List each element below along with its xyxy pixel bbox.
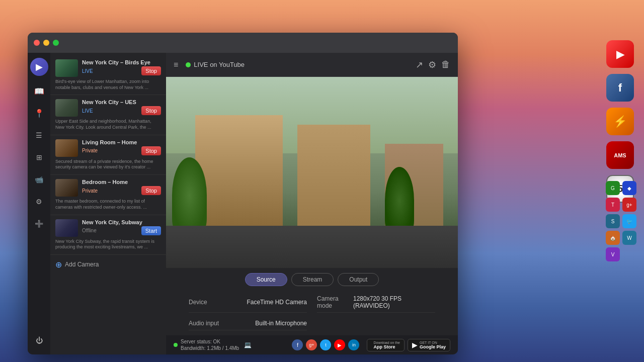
bottom-panel: Source Stream Output Device FaceTime HD … <box>166 268 458 335</box>
camera-item-bedroom[interactable]: Bedroom – Home Private Stop The master b… <box>50 175 166 215</box>
camera-stop-button-1[interactable]: Stop <box>141 66 161 75</box>
tab-output[interactable]: Output <box>338 273 379 286</box>
footer: Server status: OK Bandwidth: 1.2Mb / 1.4… <box>166 335 458 354</box>
camera-stop-button-2[interactable]: Stop <box>141 106 161 115</box>
building-1 <box>195 115 283 230</box>
sidebar-item-video[interactable]: 📹 <box>30 170 48 189</box>
camera-info-3: Living Room – Home Private Stop <box>82 139 161 155</box>
google-play-icon: ▶ <box>412 341 418 349</box>
live-dot <box>186 62 191 67</box>
cluster-icon-9[interactable]: V <box>606 247 620 261</box>
sidebar-item-location[interactable]: 📍 <box>30 104 48 122</box>
sidebar-item-medical[interactable]: ➕ <box>30 215 48 233</box>
cluster-icon-4[interactable]: g+ <box>622 198 636 212</box>
video-scene <box>166 77 458 268</box>
app-window: ▶ 📖 📍 ☰ ⊞ 📹 ⚙ ➕ <box>28 33 458 354</box>
social-googleplus[interactable]: g+ <box>306 339 317 350</box>
desktop-icon-group: ▶ f ⚡ AMS 5 <box>606 40 634 203</box>
camera-start-button-5[interactable]: Start <box>141 226 161 235</box>
camera-item-top-4: Bedroom – Home Private Stop <box>55 179 161 197</box>
camera-thumbnail-1 <box>55 59 78 77</box>
server-status-line2: Bandwidth: 1.2Mb / 1.4Mb <box>181 345 239 351</box>
live-text: LIVE on YouTube <box>194 61 245 68</box>
social-youtube[interactable]: ▶ <box>334 339 345 350</box>
cluster-icon-6[interactable]: 🐦 <box>622 214 636 228</box>
social-facebook[interactable]: f <box>292 339 303 350</box>
tree-right <box>385 167 414 234</box>
source-stream-output-tabs: Source Stream Output <box>174 273 450 286</box>
share-icon[interactable]: ↗ <box>416 59 423 70</box>
camera-desc-5: New York City Subway, the rapid transit … <box>55 239 161 250</box>
traffic-lights <box>34 40 59 46</box>
sidebar-item-power[interactable]: ⏻ <box>30 331 48 349</box>
camera-info-2: New York City – UES LIVE Stop <box>82 99 161 115</box>
camera-thumbnail-2 <box>55 99 78 117</box>
power-icon: ⏻ <box>36 336 43 344</box>
cluster-icon-5[interactable]: S <box>606 214 620 228</box>
main-content: ▶ 📖 📍 ☰ ⊞ 📹 ⚙ ➕ <box>28 53 458 354</box>
tab-stream[interactable]: Stream <box>291 273 334 286</box>
cluster-icon-3[interactable]: T <box>606 198 620 212</box>
social-linkedin[interactable]: in <box>348 339 359 350</box>
camera-thumbnail-4 <box>55 179 78 197</box>
camera-info-1: New York City – Birds Eye LIVE Stop <box>82 59 161 75</box>
camera-item-top-5: New York City, Subway Offline Start <box>55 219 161 237</box>
camera-stop-button-3[interactable]: Stop <box>141 146 161 155</box>
social-icons: f g+ t ▶ in <box>292 339 359 350</box>
camera-status-5: Offline <box>82 228 97 233</box>
device-value: FaceTime HD Camera <box>247 299 307 306</box>
cluster-icon-7[interactable]: 🏠 <box>606 231 620 245</box>
hamburger-icon[interactable]: ≡ <box>174 60 178 69</box>
thunder-desktop-icon[interactable]: ⚡ <box>606 108 634 135</box>
settings-icon: ⚙ <box>36 198 42 206</box>
camera-name-4: Bedroom – Home <box>82 179 161 185</box>
cluster-icon-2[interactable]: ◆ <box>622 181 636 195</box>
server-info-icon: 💻 <box>244 341 252 348</box>
sidebar-logo[interactable]: ▶ <box>30 58 48 76</box>
facebook-desktop-icon[interactable]: f <box>606 74 634 102</box>
app-store-badge[interactable]: Download on the App Store <box>367 339 405 351</box>
close-button[interactable] <box>34 40 40 46</box>
camera-item-living-room[interactable]: Living Room – Home Private Stop Secured … <box>50 135 166 175</box>
camera-item-subway[interactable]: New York City, Subway Offline Start New … <box>50 215 166 255</box>
camera-stop-button-4[interactable]: Stop <box>141 186 161 195</box>
audio-input-value: Built-in Microphone <box>255 320 307 327</box>
camera-item-nyc-birds-eye[interactable]: New York City – Birds Eye LIVE Stop Bird… <box>50 55 166 95</box>
delete-icon[interactable]: 🗑 <box>441 59 450 70</box>
sidebar-item-grid[interactable]: ⊞ <box>30 148 48 166</box>
camera-item-top-2: New York City – UES LIVE Stop <box>55 99 161 117</box>
facebook-icon: f <box>618 81 622 95</box>
server-status-text: Server status: OK Bandwidth: 1.2Mb / 1.4… <box>181 338 239 351</box>
minimize-button[interactable] <box>43 40 49 46</box>
maximize-button[interactable] <box>53 40 59 46</box>
camera-mode-value: 644x362 30 FPS (RAWVIDEO) <box>353 295 435 309</box>
google-play-line2: Google Play <box>420 344 446 349</box>
sidebar-item-settings[interactable]: ⚙ <box>30 193 48 211</box>
tab-source[interactable]: Source <box>245 273 287 286</box>
sidebar-item-book[interactable]: 📖 <box>30 82 48 100</box>
device-row: Device FaceTime HD Camera <box>189 292 307 313</box>
add-camera-button[interactable]: ⊕ Add Camera <box>50 255 166 275</box>
google-play-badge[interactable]: ▶ GET IT ON Google Play <box>408 339 450 351</box>
cluster-icon-8[interactable]: W <box>622 231 636 245</box>
google-play-line1: GET IT ON <box>420 341 446 344</box>
top-bar-actions: ↗ ⚙ 🗑 <box>416 59 450 70</box>
ams-desktop-icon[interactable]: AMS <box>606 141 634 169</box>
sidebar: ▶ 📖 📍 ☰ ⊞ 📹 ⚙ ➕ <box>28 53 50 354</box>
video-preview <box>166 77 458 268</box>
camera-desc-1: Bird's-eye view of Lower Manhattan, zoom… <box>55 79 161 90</box>
google-play-text: GET IT ON Google Play <box>420 341 446 349</box>
camera-status-row-3: Private Stop <box>82 146 161 155</box>
book-icon: 📖 <box>34 86 44 96</box>
add-camera-label: Add Camera <box>65 261 99 268</box>
youtube-desktop-icon[interactable]: ▶ <box>606 40 634 68</box>
app-store-line2: App Store <box>373 344 400 349</box>
camera-status-3: Private <box>82 148 98 153</box>
camera-item-nyc-ues[interactable]: New York City – UES LIVE Stop Upper East… <box>50 95 166 135</box>
medical-icon: ➕ <box>35 220 43 228</box>
cluster-icon-1[interactable]: G <box>606 181 620 195</box>
camera-status-row-1: LIVE Stop <box>82 66 161 75</box>
sidebar-item-list[interactable]: ☰ <box>30 126 48 144</box>
settings-toolbar-icon[interactable]: ⚙ <box>428 59 436 70</box>
social-twitter[interactable]: t <box>320 339 331 350</box>
